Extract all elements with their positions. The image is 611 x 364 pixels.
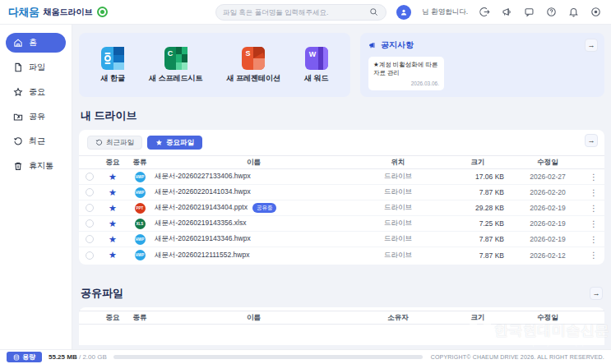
search-bar[interactable] [215, 4, 387, 21]
column-header[interactable]: 수정일 [512, 158, 583, 168]
user-avatar[interactable] [396, 5, 411, 20]
new-hangul-button[interactable]: 새 한글 [100, 47, 125, 84]
column-header[interactable]: 소유자 [353, 313, 443, 323]
file-table-row[interactable]: ★ PPT 새문서-20260219143404.pptx공유중 드라이브 29… [79, 200, 604, 216]
svg-text:W: W [308, 49, 316, 58]
column-header[interactable]: 위치 [353, 158, 443, 168]
new-presentation-button[interactable]: S 새 프레젠테이션 [226, 47, 280, 84]
logout-icon[interactable] [479, 7, 490, 18]
kebab-menu-icon[interactable]: ⋮ [583, 173, 604, 182]
file-name[interactable]: 새문서-20260212111552.hwpx [155, 251, 249, 260]
row-checkbox[interactable] [86, 219, 94, 228]
file-name[interactable]: 새문서-20260227133406.hwpx [155, 172, 251, 182]
storage-total: 2.00 GB [82, 353, 106, 361]
column-header[interactable]: 크기 [443, 158, 512, 168]
storage-icon [13, 354, 20, 361]
column-header[interactable]: 이름 [155, 313, 353, 323]
file-name[interactable]: 새문서-20260219143404.pptx [155, 203, 248, 213]
shared-files-more-button[interactable]: → [590, 287, 603, 300]
announcement-icon[interactable] [501, 7, 512, 18]
file-type-icon: HWP [135, 234, 146, 245]
welcome-text: 님 환영합니다. [422, 7, 468, 17]
search-icon[interactable] [368, 7, 379, 18]
file-name[interactable]: 새문서-20260219143356.xlsx [155, 219, 247, 228]
file-table-row[interactable]: ★ HWP 새문서-20260212111552.hwpx 드라이브 7.87 … [79, 247, 604, 263]
file-location: 드라이브 [353, 219, 443, 228]
file-table-row[interactable]: ★ HWP 새문서-20260219143346.hwpx 드라이브 7.87 … [79, 232, 604, 247]
notice-item[interactable]: ★계정 비활성화에 따른 자료 관리 2026.03.06. [368, 57, 444, 90]
file-table-row[interactable]: ★ XLS 새문서-20260219143356.xlsx 드라이브 7.25 … [79, 216, 604, 232]
favorite-star-icon[interactable]: ★ [100, 234, 125, 245]
file-table-row[interactable]: ★ HWP 새문서-20260220141034.hwpx 드라이브 7.87 … [79, 185, 604, 200]
favorite-star-icon[interactable]: ★ [100, 250, 125, 260]
search-input[interactable] [223, 8, 368, 16]
file-name[interactable]: 새문서-20260220141034.hwpx [155, 187, 251, 197]
file-size: 7.87 KB [443, 235, 512, 243]
kebab-menu-icon[interactable]: ⋮ [583, 235, 604, 244]
favorite-star-icon[interactable]: ★ [100, 172, 125, 182]
file-modified: 2026-02-12 [512, 251, 583, 260]
word-app-icon: W [305, 47, 328, 70]
column-header[interactable]: 이름 [155, 158, 353, 168]
row-checkbox[interactable] [86, 204, 94, 212]
notice-more-button[interactable]: → [585, 39, 598, 52]
sidebar-item-trash[interactable]: 휴지통 [6, 156, 66, 176]
sidebar-item-recent[interactable]: 최근 [6, 131, 66, 151]
column-header[interactable]: 크기 [443, 313, 512, 323]
column-header[interactable]: 종류 [125, 158, 155, 168]
sidebar-item-important[interactable]: 중요 [6, 82, 66, 102]
column-header[interactable]: 중요 [100, 313, 125, 323]
kebab-menu-icon[interactable]: ⋮ [583, 219, 604, 228]
storage-used: 55.25 MB [49, 353, 77, 361]
favorite-star-icon[interactable]: ★ [100, 203, 125, 214]
file-name[interactable]: 새문서-20260219143346.hwpx [155, 234, 251, 244]
file-modified: 2026-02-19 [512, 235, 583, 243]
shared-files-title: 공유파일 [81, 286, 123, 301]
quick-create-label: 새 워드 [304, 73, 329, 84]
file-location: 드라이브 [353, 251, 443, 260]
my-drive-title: 내 드라이브 [81, 108, 603, 123]
row-checkbox[interactable] [86, 235, 94, 243]
storage-button[interactable]: 용량 [7, 352, 42, 362]
file-size: 7.87 KB [443, 251, 512, 260]
file-location: 드라이브 [353, 234, 443, 244]
sidebar-item-home[interactable]: 홈 [6, 33, 66, 53]
filter-recent-files[interactable]: 최근파일 [87, 136, 142, 150]
sidebar-item-files[interactable]: 파일 [6, 58, 66, 77]
file-size: 7.87 KB [443, 188, 512, 196]
notification-bell-icon[interactable] [567, 7, 579, 18]
storage-button-label: 용량 [22, 352, 35, 362]
sharing-badge: 공유중 [252, 203, 277, 213]
sidebar-item-shared[interactable]: 공유 [6, 107, 66, 127]
settings-icon[interactable] [590, 7, 601, 18]
footer-bar: 용량 55.25 MB / 2.00 GB COPYRIGHT© CHAEUM … [0, 349, 611, 364]
sidebar-item-label: 공유 [29, 111, 45, 122]
favorite-star-icon[interactable]: ★ [100, 219, 125, 229]
kebab-menu-icon[interactable]: ⋮ [583, 251, 604, 260]
kebab-menu-icon[interactable]: ⋮ [583, 204, 604, 213]
kebab-menu-icon[interactable]: ⋮ [583, 188, 604, 197]
sidebar-item-label: 중요 [29, 86, 45, 98]
column-header[interactable]: 수정일 [512, 313, 583, 323]
chat-icon[interactable] [523, 7, 535, 18]
filter-important-files[interactable]: 중요파일 [147, 136, 202, 150]
sidebar: 홈 파일 중요 공유 최근 휴지통 [0, 25, 72, 349]
new-word-button[interactable]: W 새 워드 [304, 47, 329, 84]
file-type-icon: HWP [135, 172, 146, 182]
column-header[interactable]: 중요 [100, 158, 125, 168]
favorite-star-icon[interactable]: ★ [100, 187, 125, 198]
svg-text:C: C [167, 49, 173, 58]
row-checkbox[interactable] [86, 173, 94, 181]
copyright-text: COPYRIGHT© CHAEUM DRIVE 2026. ALL RIGHT … [431, 354, 604, 360]
file-table-row[interactable]: ★ HWP 새문서-20260227133406.hwpx 드라이브 17.06… [79, 169, 604, 185]
row-checkbox[interactable] [86, 188, 94, 196]
chaeum-drive-app: 다채움 채움드라이브 님 환영합니다. [0, 0, 611, 364]
storage-progress-bar [113, 355, 423, 359]
column-header[interactable]: 종류 [125, 313, 155, 323]
help-icon[interactable] [545, 7, 557, 18]
brand[interactable]: 다채움 채움드라이브 [0, 5, 164, 20]
my-drive-more-button[interactable]: → [585, 134, 598, 147]
new-spreadsheet-button[interactable]: C 새 스프레드시트 [149, 47, 203, 84]
row-checkbox[interactable] [86, 251, 94, 260]
file-modified: 2026-02-19 [512, 204, 583, 212]
